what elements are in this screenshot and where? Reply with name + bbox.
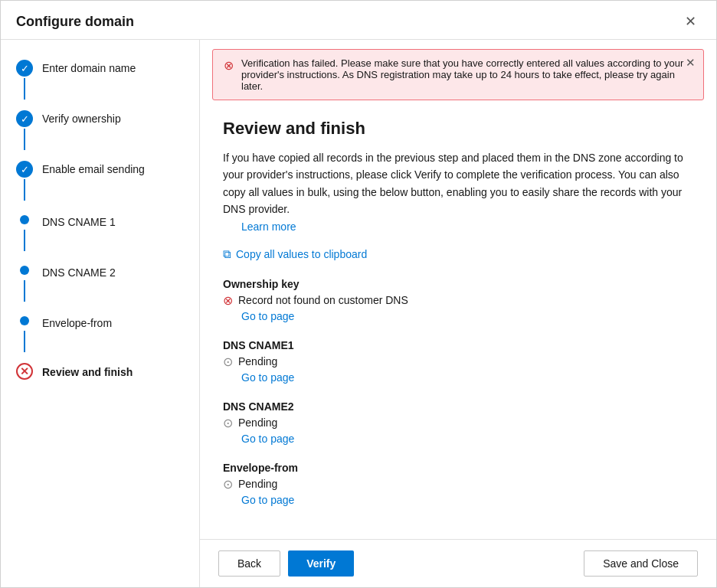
go-to-page-dns-cname1[interactable]: Go to page bbox=[241, 371, 693, 384]
go-to-page-dns-cname2[interactable]: Go to page bbox=[241, 433, 693, 445]
record-status-text-dns-cname2: Pending bbox=[238, 416, 277, 429]
pending-status-icon-cname1: ⊙ bbox=[223, 354, 233, 369]
step-label-enter-domain: Enter domain name bbox=[42, 60, 136, 77]
step-line-3 bbox=[24, 179, 25, 201]
verify-button[interactable]: Verify bbox=[288, 550, 354, 577]
step-connector-enable-email: ✓ bbox=[16, 161, 33, 202]
error-status-icon: ⊗ bbox=[223, 293, 233, 308]
copy-all-values-button[interactable]: ⧉ Copy all values to clipboard bbox=[223, 247, 693, 261]
record-status-ownership-key: ⊗ Record not found on customer DNS bbox=[223, 293, 693, 308]
step-icon-enable-email: ✓ bbox=[16, 161, 33, 178]
step-line-4 bbox=[24, 230, 25, 251]
error-banner-text: Verification has failed. Please make sur… bbox=[241, 57, 692, 92]
step-icon-dns-cname-1 bbox=[20, 215, 29, 224]
step-connector-enter-domain: ✓ bbox=[16, 60, 33, 101]
sidebar-item-enter-domain[interactable]: ✓ Enter domain name bbox=[1, 55, 199, 106]
save-close-button[interactable]: Save and Close bbox=[584, 550, 698, 577]
record-block-envelope-from: Envelope-from ⊙ Pending Go to page bbox=[223, 462, 693, 506]
sidebar: ✓ Enter domain name ✓ Verify ownership ✓ bbox=[1, 40, 200, 587]
step-connector-verify-ownership: ✓ bbox=[16, 110, 33, 152]
section-desc-text: If you have copied all records in the pr… bbox=[223, 152, 683, 215]
step-line-5 bbox=[24, 280, 25, 302]
step-label-verify-ownership: Verify ownership bbox=[42, 110, 121, 127]
step-label-review-finish: Review and finish bbox=[42, 364, 133, 381]
sidebar-item-dns-cname-1[interactable]: DNS CNAME 1 bbox=[1, 207, 199, 257]
content-area: Review and finish If you have copied all… bbox=[200, 103, 716, 539]
step-line-1 bbox=[24, 78, 25, 100]
sidebar-item-envelope-from[interactable]: Envelope-from bbox=[1, 308, 199, 358]
record-block-ownership-key: Ownership key ⊗ Record not found on cust… bbox=[223, 278, 693, 322]
sidebar-item-verify-ownership[interactable]: ✓ Verify ownership bbox=[1, 106, 199, 156]
learn-more-link[interactable]: Learn more bbox=[241, 218, 693, 235]
section-description: If you have copied all records in the pr… bbox=[223, 149, 693, 235]
error-banner: ⊗ Verification has failed. Please make s… bbox=[212, 49, 704, 100]
step-label-dns-cname-1: DNS CNAME 1 bbox=[42, 214, 116, 230]
record-status-text-ownership-key: Record not found on customer DNS bbox=[238, 294, 408, 306]
step-label-envelope-from: Envelope-from bbox=[42, 315, 112, 332]
record-status-text-dns-cname1: Pending bbox=[238, 355, 277, 368]
section-title: Review and finish bbox=[223, 119, 693, 139]
pending-status-icon-envelope: ⊙ bbox=[223, 477, 233, 492]
error-banner-icon: ⊗ bbox=[224, 58, 234, 73]
sidebar-item-enable-email[interactable]: ✓ Enable email sending bbox=[1, 156, 199, 207]
step-icon-envelope-from bbox=[20, 316, 29, 325]
dialog-title-bar: Configure domain ✕ bbox=[1, 1, 716, 40]
record-status-dns-cname1: ⊙ Pending bbox=[223, 354, 693, 369]
step-icon-enter-domain: ✓ bbox=[16, 60, 33, 77]
error-banner-close-button[interactable]: ✕ bbox=[686, 56, 696, 70]
dialog-footer: Back Verify Save and Close bbox=[200, 539, 716, 587]
step-line-2 bbox=[24, 129, 25, 150]
sidebar-item-review-finish[interactable]: ✕ Review and finish bbox=[1, 358, 199, 385]
configure-domain-dialog: Configure domain ✕ ✓ Enter domain name ✓… bbox=[0, 0, 717, 588]
dialog-title: Configure domain bbox=[16, 14, 134, 30]
copy-link-label: Copy all values to clipboard bbox=[236, 248, 367, 260]
step-icon-verify-ownership: ✓ bbox=[16, 110, 33, 127]
step-label-enable-email: Enable email sending bbox=[42, 161, 145, 178]
step-icon-review-finish: ✕ bbox=[16, 363, 33, 380]
step-icon-dns-cname-2 bbox=[20, 266, 29, 275]
step-line-6 bbox=[24, 331, 25, 352]
dialog-body: ✓ Enter domain name ✓ Verify ownership ✓ bbox=[1, 40, 716, 587]
copy-icon: ⧉ bbox=[223, 247, 231, 261]
dialog-close-button[interactable]: ✕ bbox=[680, 11, 701, 31]
pending-status-icon-cname2: ⊙ bbox=[223, 416, 233, 430]
step-connector-review-finish: ✕ bbox=[16, 363, 33, 380]
record-label-ownership-key: Ownership key bbox=[223, 278, 693, 290]
record-status-text-envelope-from: Pending bbox=[238, 478, 277, 490]
sidebar-item-dns-cname-2[interactable]: DNS CNAME 2 bbox=[1, 257, 199, 308]
go-to-page-ownership-key[interactable]: Go to page bbox=[241, 310, 693, 322]
record-block-dns-cname1: DNS CNAME1 ⊙ Pending Go to page bbox=[223, 339, 693, 384]
go-to-page-envelope-from[interactable]: Go to page bbox=[241, 494, 693, 506]
record-label-dns-cname2: DNS CNAME2 bbox=[223, 400, 693, 413]
record-label-dns-cname1: DNS CNAME1 bbox=[223, 339, 693, 351]
main-content: ⊗ Verification has failed. Please make s… bbox=[200, 40, 716, 587]
step-connector-dns-cname-2 bbox=[16, 262, 33, 303]
step-connector-dns-cname-1 bbox=[16, 211, 33, 253]
record-status-envelope-from: ⊙ Pending bbox=[223, 477, 693, 492]
step-connector-envelope-from bbox=[16, 312, 33, 354]
back-button[interactable]: Back bbox=[218, 550, 280, 577]
footer-left-buttons: Back Verify bbox=[218, 550, 354, 577]
step-label-dns-cname-2: DNS CNAME 2 bbox=[42, 264, 116, 281]
record-label-envelope-from: Envelope-from bbox=[223, 462, 693, 474]
record-status-dns-cname2: ⊙ Pending bbox=[223, 416, 693, 430]
record-block-dns-cname2: DNS CNAME2 ⊙ Pending Go to page bbox=[223, 400, 693, 445]
